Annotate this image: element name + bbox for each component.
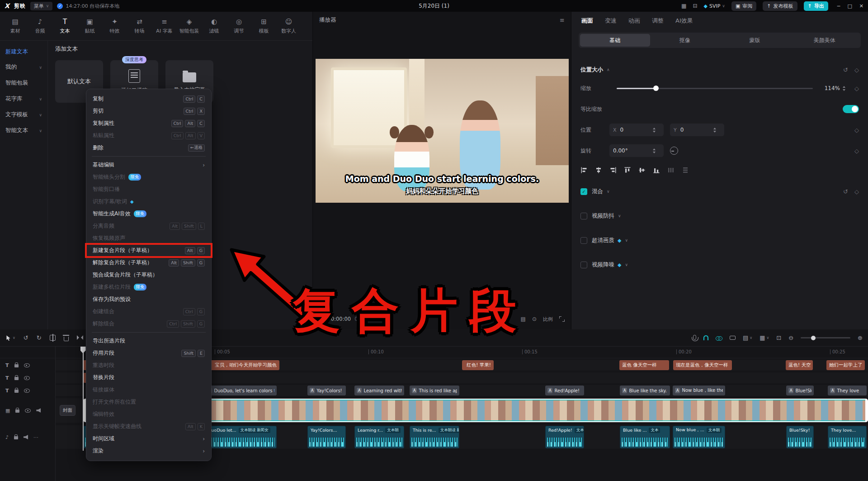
fullscreen-icon[interactable]	[559, 316, 565, 322]
scale-value[interactable]: 114%	[820, 85, 840, 91]
menu-item-28[interactable]: 时间区域›	[86, 433, 211, 445]
reset-icon[interactable]: ↺	[843, 188, 848, 195]
position-y-field[interactable]: Y 0	[670, 124, 724, 136]
menu-item-2[interactable]: 剪切CtrlX	[86, 105, 211, 117]
zoom-in-button[interactable]: ⊕	[858, 334, 863, 341]
text-track-3-clip-3[interactable]: ALearning red with ap	[354, 386, 404, 395]
text-track-1-clip-2[interactable]: 红色! 苹果!	[462, 360, 494, 370]
media-tab-10[interactable]: ◎调节	[226, 18, 251, 34]
keyframe-icon[interactable]: ◇	[854, 85, 859, 92]
rotate-value[interactable]: 0.00°	[613, 148, 646, 154]
sidebar-item-1[interactable]: 我的∨	[0, 59, 47, 75]
reset-icon[interactable]: ↺	[843, 67, 848, 73]
audio-track-clip-5[interactable]: This is re...文本朗读 新	[410, 426, 459, 448]
align-bottom-icon[interactable]	[653, 167, 660, 174]
tab-3[interactable]: 动画	[628, 17, 640, 25]
slider-knob[interactable]	[653, 86, 659, 91]
layout-icon[interactable]: ⊟	[693, 3, 697, 9]
track-manage-button[interactable]: ▦ ∨	[760, 334, 769, 341]
denoise-checkbox[interactable]	[580, 262, 587, 268]
text-track-3-clip-4[interactable]: AThis is red like apples.	[410, 386, 459, 395]
subtab-2[interactable]: 抠像	[650, 34, 720, 47]
expand-icon[interactable]: ∨	[625, 262, 628, 267]
text-track-3-clip-1[interactable]: ADuoDuo, let's learn colors tod	[205, 386, 277, 395]
media-tab-4[interactable]: ▣贴纸	[77, 18, 102, 34]
blend-checkbox[interactable]: ✓	[580, 188, 587, 195]
rotate-field[interactable]: 0.00°	[609, 144, 664, 157]
align-left-icon[interactable]	[580, 167, 588, 174]
eye-icon[interactable]	[24, 389, 30, 393]
text-track-3-clip-8[interactable]: ABlue!Sky!	[786, 386, 814, 395]
align-right-icon[interactable]	[609, 167, 617, 174]
menu-item-23[interactable]: 替换片段	[86, 371, 211, 384]
media-tab-8[interactable]: ◈智能包装	[177, 18, 202, 34]
record-voiceover-button[interactable]	[693, 335, 696, 341]
uniform-scale-toggle[interactable]	[843, 105, 859, 113]
media-tab-7[interactable]: ≡AI 字幕	[152, 18, 177, 34]
minimize-icon[interactable]: ─	[837, 3, 840, 9]
distribute-v-icon[interactable]	[682, 167, 689, 174]
grid-icon[interactable]: ▦	[681, 3, 686, 9]
menu-item-5[interactable]: 删除←退格	[86, 142, 211, 154]
align-top-icon[interactable]	[624, 167, 631, 174]
subtab-1[interactable]: 基础	[580, 34, 650, 47]
ttext-icon[interactable]: T	[5, 362, 9, 368]
media-tab-6[interactable]: ⇄转场	[127, 18, 152, 34]
position-x-field[interactable]: X 0	[609, 124, 664, 136]
svip-button[interactable]: ◆ SVIP ∨	[703, 3, 725, 9]
text-track-3-clip-7[interactable]: ANow blue，like the s	[673, 386, 725, 395]
more-icon[interactable]: ⋯	[33, 434, 38, 440]
tab-1[interactable]: 画面	[581, 17, 593, 25]
mirror-button[interactable]	[77, 335, 83, 340]
keyframe-icon[interactable]: ◇	[854, 67, 859, 73]
keyframe-icon[interactable]: ◇	[854, 188, 859, 195]
y-value[interactable]: 0	[680, 127, 707, 133]
y-stepper[interactable]	[713, 128, 716, 133]
track-height-button[interactable]: ▤ ∨	[743, 334, 752, 341]
audio-track-clip-10[interactable]: They love...	[828, 426, 867, 448]
menu-item-29[interactable]: 渲染›	[86, 445, 211, 457]
rotate-stepper[interactable]	[653, 148, 656, 153]
sidebar-item-new-text[interactable]: 新建文本	[0, 44, 47, 59]
rotation-dial[interactable]	[670, 147, 678, 155]
media-tab-2[interactable]: ♪音频	[28, 18, 52, 34]
eye-icon[interactable]	[24, 363, 30, 367]
sidebar-item-2[interactable]: 智能包装	[0, 75, 47, 91]
x-stepper[interactable]	[653, 128, 656, 133]
playhead[interactable]	[83, 347, 84, 451]
text-track-1-clip-3[interactable]: 蓝色 像天空一样	[619, 360, 669, 370]
audio-track-clip-4[interactable]: Learning r...文本朗	[354, 426, 404, 448]
scale-stepper[interactable]	[843, 86, 845, 91]
redo-button[interactable]: ↻	[37, 334, 42, 341]
snap-toggle[interactable]	[703, 335, 708, 340]
ttext-icon[interactable]: T	[5, 388, 9, 394]
export-button[interactable]: ↑ 导出	[804, 1, 828, 11]
delete-button[interactable]	[64, 335, 69, 341]
keyframe-icon[interactable]: ◇	[854, 127, 859, 133]
tab-4[interactable]: 调整	[652, 17, 664, 25]
media-tab-5[interactable]: ✦特效	[102, 18, 127, 34]
audio-track-clip-9[interactable]: Blue!Sky!	[786, 426, 814, 448]
text-track-3-clip-2[interactable]: AYay!Colors!	[307, 386, 346, 395]
menu-item-20[interactable]: 导出所选片段	[86, 335, 211, 347]
distribute-h-icon[interactable]	[667, 167, 675, 174]
maximize-icon[interactable]: □	[847, 3, 852, 9]
menu-item-3[interactable]: 复制属性CtrlAltC	[86, 117, 211, 129]
snapshot-icon[interactable]: ⊙	[532, 316, 537, 322]
ttext-icon[interactable]: T	[5, 375, 9, 381]
expand-icon[interactable]: ∨	[607, 189, 610, 194]
ratio-button[interactable]: 比例	[543, 316, 553, 323]
keyframe-icon[interactable]: ◇	[854, 148, 859, 154]
player-options-icon[interactable]: ≡	[560, 17, 565, 24]
menu-item-1[interactable]: 复制CtrlC	[86, 93, 211, 105]
publish-template-button[interactable]: ↑ 发布模板	[763, 1, 797, 11]
review-button[interactable]: ▣ 审阅	[731, 1, 756, 11]
audio-track-clip-2[interactable]: DuoDuo let...文本朗读 新闻女	[205, 426, 277, 448]
audio-track-clip-6[interactable]: Red!Apple!文本	[545, 426, 584, 448]
menu-item-15[interactable]: 预合成复合片段（子草稿）	[86, 269, 211, 281]
spk-icon[interactable]	[36, 408, 41, 413]
menu-item-21[interactable]: 停用片段ShiftE	[86, 347, 211, 359]
media-tab-1[interactable]: ▤素材	[3, 18, 28, 34]
undo-button[interactable]: ↺	[24, 334, 28, 341]
menu-item-10[interactable]: 智能生成AI音效限免	[86, 208, 211, 220]
